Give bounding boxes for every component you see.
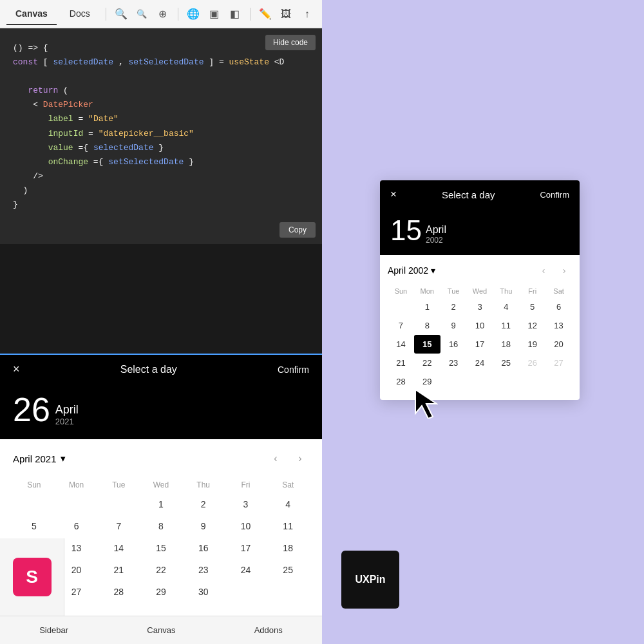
dp-cell-7[interactable]: 7 [97,515,140,537]
layout-icon[interactable]: ▣ [205,5,222,23]
rdp-cell-8[interactable]: 8 [414,316,440,335]
dp-cell-5[interactable]: 5 [13,515,55,537]
dp-close-button[interactable]: × [13,363,20,376]
rdp-prev-button[interactable]: ‹ [536,263,551,278]
rdp-weekday-thu: Thu [493,285,519,298]
dp-selected-year: 2021 [55,417,79,426]
dp-header: × Select a day Confirm [0,355,322,384]
rdp-cell-18[interactable]: 18 [493,335,519,354]
dp-cell-11[interactable]: 11 [267,515,309,537]
code-block: Hide code () => { const [ selectedDate ,… [0,28,322,244]
dp-prev-button[interactable]: ‹ [267,450,285,468]
rdp-cell-5[interactable]: 5 [519,298,545,316]
rdp-cell-25[interactable]: 25 [493,354,519,372]
dp-nav: April 2021 ▾ ‹ › [13,446,309,468]
dp-cell-6[interactable]: 6 [55,515,98,537]
rdp-cell-4[interactable]: 4 [493,298,519,316]
rdp-cell-empty [519,372,545,391]
dp-cell-30[interactable]: 30 [182,581,225,603]
dp-cell-29[interactable]: 29 [140,581,182,603]
rdp-cell-11[interactable]: 11 [493,316,519,335]
dp-cell-25[interactable]: 25 [267,559,309,581]
dp-confirm-button[interactable]: Confirm [278,365,309,375]
dp-cell-21[interactable]: 21 [97,559,140,581]
dp-month-selector[interactable]: April 2021 ▾ [13,453,66,464]
nav-canvas[interactable]: Canvas [147,625,175,635]
dp-cell-28[interactable]: 28 [97,581,140,603]
code-line-blank [13,70,309,84]
dp-cell-1[interactable]: 1 [140,493,182,515]
rdp-next-button[interactable]: › [556,263,572,278]
rdp-cell-29[interactable]: 29 [414,372,440,391]
rdp-cell-1[interactable]: 1 [414,298,440,316]
rdp-title: Select a day [442,189,495,200]
tab-docs[interactable]: Docs [61,3,99,25]
rdp-cell-13[interactable]: 13 [545,316,572,335]
divider3 [250,8,251,21]
rdp-cell-19[interactable]: 19 [519,335,545,354]
nav-addons[interactable]: Addons [254,625,283,635]
dp-cell-16[interactable]: 16 [182,537,225,559]
copy-button[interactable]: Copy [279,222,316,238]
rdp-cell-3[interactable]: 3 [467,298,493,316]
code-line-8: onChange ={ setSelectedDate } [13,155,309,169]
zoom-in-icon[interactable]: 🔍 [113,5,129,23]
dp-next-button[interactable]: › [291,450,309,468]
globe-icon[interactable]: 🌐 [185,5,202,23]
dp-cell-24[interactable]: 24 [225,559,267,581]
rdp-cell-15-selected[interactable]: 15 [414,335,440,354]
zoom-out-icon[interactable]: 🔍 [133,5,150,23]
rdp-cell-17[interactable]: 17 [467,335,493,354]
dp-cell-3[interactable]: 3 [225,493,267,515]
nav-sidebar[interactable]: Sidebar [39,625,68,635]
dp-cell-2[interactable]: 2 [182,493,225,515]
rdp-cell-7[interactable]: 7 [388,316,414,335]
rdp-weekday-sat: Sat [545,285,572,298]
rdp-cell-12[interactable]: 12 [519,316,545,335]
dp-weekday-fri: Fri [225,477,267,493]
dp-cell-22[interactable]: 22 [140,559,182,581]
tab-canvas[interactable]: Canvas [6,3,57,25]
dp-weekday-wed: Wed [140,477,182,493]
dp-cell-23[interactable]: 23 [182,559,225,581]
dp-cell-8[interactable]: 8 [140,515,182,537]
sidebar-logo-area: S [0,538,64,616]
rdp-cell-2[interactable]: 2 [440,298,467,316]
rdp-close-button[interactable]: × [390,188,397,201]
right-datepicker: × Select a day Confirm 15 April 2002 Apr… [380,180,580,400]
rdp-cell-14[interactable]: 14 [388,335,414,354]
image-icon[interactable]: 🖼 [278,5,294,23]
fit-icon[interactable]: ⊕ [154,5,171,23]
rdp-cell-28[interactable]: 28 [388,372,414,391]
rdp-cell-10[interactable]: 10 [467,316,493,335]
dp-nav-arrows: ‹ › [267,450,309,468]
rdp-cell-empty [493,372,519,391]
dp-cell-empty [13,493,55,515]
dp-cell-17[interactable]: 17 [225,537,267,559]
share-icon[interactable]: ↑ [299,5,316,23]
uxpin-logo[interactable]: UXPin [341,551,399,609]
hide-code-button[interactable]: Hide code [265,35,316,50]
rdp-cell-22[interactable]: 22 [414,354,440,372]
rdp-cell-20[interactable]: 20 [545,335,572,354]
rdp-cell-23[interactable]: 23 [440,354,467,372]
rdp-cell-empty [545,372,572,391]
dp-cell-18[interactable]: 18 [267,537,309,559]
rdp-weekday-wed: Wed [467,285,493,298]
dp-cell-10[interactable]: 10 [225,515,267,537]
contrast-icon[interactable]: ◧ [227,5,243,23]
rdp-cell-24[interactable]: 24 [467,354,493,372]
dp-cell-15[interactable]: 15 [140,537,182,559]
dp-cell-4[interactable]: 4 [267,493,309,515]
nav-sidebar-label: Sidebar [39,625,68,635]
rdp-cell-9[interactable]: 9 [440,316,467,335]
rdp-confirm-button[interactable]: Confirm [540,190,569,200]
rdp-cell-16[interactable]: 16 [440,335,467,354]
rdp-month-selector[interactable]: April 2002 ▾ [388,265,435,276]
pen-icon[interactable]: ✏️ [257,5,274,23]
rdp-cell-6[interactable]: 6 [545,298,572,316]
dp-cell-14[interactable]: 14 [97,537,140,559]
code-line-11: } [13,198,309,212]
dp-cell-9[interactable]: 9 [182,515,225,537]
rdp-cell-21[interactable]: 21 [388,354,414,372]
